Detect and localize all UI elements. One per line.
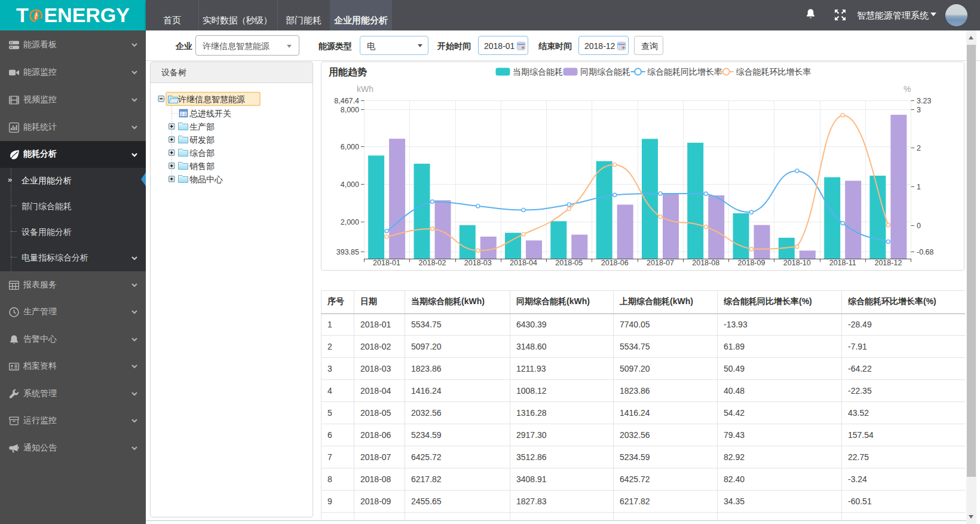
svg-text:综合能耗环比增长率: 综合能耗环比增长率 <box>736 67 811 76</box>
svg-text:6,000: 6,000 <box>341 143 359 151</box>
svg-text:同期综合能耗: 同期综合能耗 <box>580 67 630 76</box>
svg-text:393.85: 393.85 <box>336 248 359 256</box>
svg-text:1: 1 <box>917 183 921 191</box>
svg-text:8,000: 8,000 <box>341 106 359 114</box>
svg-text:2018-04: 2018-04 <box>510 259 537 267</box>
svg-text:%: % <box>904 84 911 94</box>
svg-text:8,467.4: 8,467.4 <box>334 97 359 105</box>
svg-text:kWh: kWh <box>357 84 373 94</box>
svg-text:2018-11: 2018-11 <box>829 259 856 267</box>
svg-text:当期综合能耗: 当期综合能耗 <box>513 67 563 76</box>
svg-text:2018-05: 2018-05 <box>555 259 583 267</box>
svg-text:2018-12: 2018-12 <box>874 259 902 267</box>
svg-text:2018-10: 2018-10 <box>783 259 811 267</box>
svg-text:-0.68: -0.68 <box>917 248 934 256</box>
svg-text:3.23: 3.23 <box>917 97 931 105</box>
svg-text:3: 3 <box>917 106 921 114</box>
svg-text:2018-08: 2018-08 <box>692 259 719 267</box>
svg-text:2: 2 <box>917 144 921 152</box>
svg-text:2018-09: 2018-09 <box>738 259 765 267</box>
svg-text:2018-02: 2018-02 <box>419 259 446 267</box>
svg-text:综合能耗同比增长率: 综合能耗同比增长率 <box>647 67 722 76</box>
svg-text:2018-01: 2018-01 <box>373 259 400 267</box>
svg-text:2018-06: 2018-06 <box>601 259 629 267</box>
svg-text:2018-07: 2018-07 <box>647 259 674 267</box>
svg-text:2018-03: 2018-03 <box>464 259 492 267</box>
svg-text:2,000: 2,000 <box>341 218 359 226</box>
svg-text:4,000: 4,000 <box>341 180 359 189</box>
svg-text:0: 0 <box>917 222 921 230</box>
